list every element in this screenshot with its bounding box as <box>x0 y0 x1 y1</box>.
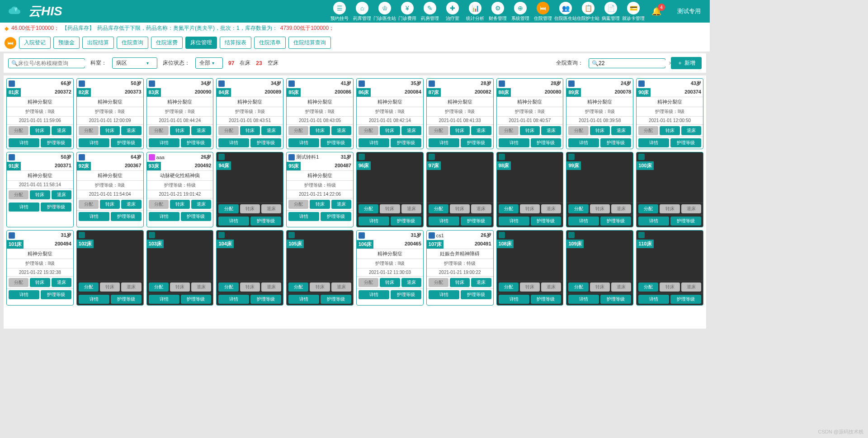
bed-card[interactable]: 28岁88床200080精神分裂症护理等级：II级2021-01-01 08:4… <box>496 78 564 149</box>
nurse-level-button[interactable]: 护理等级 <box>600 138 631 147</box>
assign-button[interactable]: 分配 <box>288 200 308 209</box>
checkout-button[interactable]: 退床 <box>681 283 701 292</box>
nurse-level-button[interactable]: 护理等级 <box>250 295 281 304</box>
bed-card[interactable]: 35岁86床200084精神分裂症护理等级：II级2021-01-01 08:4… <box>356 78 424 149</box>
detail-button[interactable]: 详情 <box>218 138 249 147</box>
assign-button[interactable]: 分配 <box>359 204 378 213</box>
transfer-button[interactable]: 转床 <box>380 278 400 287</box>
assign-button[interactable]: 分配 <box>638 126 658 135</box>
bed-card[interactable]: 34岁83床200090精神分裂症护理等级：II级2021-01-01 08:4… <box>146 78 214 149</box>
checkout-button[interactable]: 退床 <box>681 204 701 213</box>
transfer-button[interactable]: 转床 <box>170 283 190 292</box>
nurse-level-button[interactable]: 护理等级 <box>600 217 631 226</box>
detail-button[interactable]: 详情 <box>9 290 39 299</box>
assign-button[interactable]: 分配 <box>149 200 169 209</box>
detail-button[interactable]: 详情 <box>288 138 319 147</box>
bed-card[interactable]: 31岁106床200465精神分裂症护理等级：II级2021-01-12 11:… <box>356 230 424 306</box>
nav-财务管理[interactable]: ⚙财务管理 <box>486 2 509 22</box>
checkout-button[interactable]: 退床 <box>261 204 281 213</box>
global-search-input[interactable] <box>599 60 666 66</box>
detail-button[interactable]: 详情 <box>568 295 599 304</box>
assign-button[interactable]: 分配 <box>568 283 588 292</box>
assign-button[interactable]: 分配 <box>149 283 169 292</box>
bed-card[interactable]: 31岁101床200494精神分裂症护理等级：II级2021-01-22 15:… <box>6 230 74 306</box>
transfer-button[interactable]: 转床 <box>590 283 610 292</box>
detail-button[interactable]: 详情 <box>568 138 599 147</box>
nurse-level-button[interactable]: 护理等级 <box>181 212 212 221</box>
bed-card[interactable]: 64岁92床200367精神分裂症护理等级：II级2021-01-01 11:5… <box>76 152 144 227</box>
detail-button[interactable]: 详情 <box>9 138 39 147</box>
bed-card[interactable]: 104床分配转床退床详情护理等级 <box>216 230 283 306</box>
bed-card[interactable]: 96床分配转床退床详情护理等级 <box>356 152 424 227</box>
transfer-button[interactable]: 转床 <box>240 204 260 213</box>
nurse-level-button[interactable]: 护理等级 <box>321 212 351 221</box>
transfer-button[interactable]: 转床 <box>170 126 190 135</box>
transfer-button[interactable]: 转床 <box>660 283 679 292</box>
nav-就诊卡管理[interactable]: 💳就诊卡管理 <box>622 2 645 22</box>
assign-button[interactable]: 分配 <box>429 278 448 287</box>
transfer-button[interactable]: 转床 <box>240 126 260 135</box>
checkout-button[interactable]: 退床 <box>471 204 491 213</box>
dept-select[interactable]: 病区▾ <box>112 57 157 69</box>
detail-button[interactable]: 详情 <box>638 295 669 304</box>
checkout-button[interactable]: 退床 <box>611 126 631 135</box>
bed-grid-container[interactable]: 66岁81床200372精神分裂症护理等级：II级2021-01-01 11:5… <box>4 75 706 329</box>
detail-button[interactable]: 详情 <box>359 290 389 299</box>
nurse-level-button[interactable]: 护理等级 <box>41 138 71 147</box>
bed-card[interactable]: 97床分配转床退床详情护理等级 <box>426 152 494 227</box>
nav-住院医生站[interactable]: 👥住院医生站 <box>554 2 577 22</box>
checkout-button[interactable]: 退床 <box>52 190 71 199</box>
checkout-button[interactable]: 退床 <box>471 126 491 135</box>
assign-button[interactable]: 分配 <box>499 126 519 135</box>
transfer-button[interactable]: 转床 <box>310 200 330 209</box>
bed-card[interactable]: 100床分配转床退床详情护理等级 <box>636 152 703 227</box>
bed-card[interactable]: 测试转科131岁95床200487精神分裂症护理等级：特级2021-01-21 … <box>286 152 354 227</box>
assign-button[interactable]: 分配 <box>9 190 28 199</box>
assign-button[interactable]: 分配 <box>359 278 378 287</box>
nurse-level-button[interactable]: 护理等级 <box>531 217 561 226</box>
transfer-button[interactable]: 转床 <box>170 200 190 209</box>
transfer-button[interactable]: 转床 <box>660 204 679 213</box>
detail-button[interactable]: 详情 <box>218 295 249 304</box>
checkout-button[interactable]: 退床 <box>471 278 491 287</box>
bed-card[interactable]: 50岁91床200371精神分裂症2021-01-01 11:58:14分配转床… <box>6 152 74 227</box>
add-button[interactable]: ＋新增 <box>671 57 702 69</box>
transfer-button[interactable]: 转床 <box>660 126 679 135</box>
assign-button[interactable]: 分配 <box>218 204 238 213</box>
checkout-button[interactable]: 退床 <box>191 126 211 135</box>
transfer-button[interactable]: 转床 <box>590 126 610 135</box>
transfer-button[interactable]: 转床 <box>590 204 610 213</box>
transfer-button[interactable]: 转床 <box>380 126 400 135</box>
nurse-level-button[interactable]: 护理等级 <box>670 217 701 226</box>
nav-预约挂号[interactable]: ☰预约挂号 <box>328 2 351 22</box>
nurse-level-button[interactable]: 护理等级 <box>670 138 701 147</box>
nurse-level-button[interactable]: 护理等级 <box>41 203 71 212</box>
checkout-button[interactable]: 退床 <box>401 204 421 213</box>
status-select[interactable]: 全部▾ <box>195 57 223 69</box>
nurse-level-button[interactable]: 护理等级 <box>111 138 142 147</box>
nurse-level-button[interactable]: 护理等级 <box>600 295 631 304</box>
bed-card[interactable]: 24岁89床200078精神分裂症护理等级：II级2021-01-01 08:3… <box>566 78 633 149</box>
checkout-button[interactable]: 退床 <box>191 200 211 209</box>
transfer-button[interactable]: 转床 <box>450 278 470 287</box>
bed-card[interactable]: 28岁87床200082精神分裂症护理等级：II级2021-01-01 08:4… <box>426 78 494 149</box>
checkout-button[interactable]: 退床 <box>52 126 71 135</box>
transfer-button[interactable]: 转床 <box>310 283 330 292</box>
bed-card[interactable]: 98床分配转床退床详情护理等级 <box>496 152 564 227</box>
nurse-level-button[interactable]: 护理等级 <box>181 138 212 147</box>
detail-button[interactable]: 详情 <box>638 138 669 147</box>
nav-统计分析[interactable]: 📊统计分析 <box>464 2 486 22</box>
nurse-level-button[interactable]: 护理等级 <box>391 138 421 147</box>
bed-card[interactable]: 110床分配转床退床详情护理等级 <box>636 230 703 306</box>
bed-card[interactable]: 102床分配转床退床详情护理等级 <box>76 230 144 306</box>
checkout-button[interactable]: 退床 <box>121 283 141 292</box>
nurse-level-button[interactable]: 护理等级 <box>531 295 561 304</box>
nurse-level-button[interactable]: 护理等级 <box>111 295 142 304</box>
global-search[interactable]: 🔍 ✕ <box>589 58 665 68</box>
notification-bell[interactable]: 🔔 4 <box>651 6 661 16</box>
nurse-level-button[interactable]: 护理等级 <box>461 138 491 147</box>
user-name[interactable]: 测试专用 <box>668 7 710 15</box>
checkout-button[interactable]: 退床 <box>261 283 281 292</box>
transfer-button[interactable]: 转床 <box>100 200 120 209</box>
checkout-button[interactable]: 退床 <box>611 283 631 292</box>
